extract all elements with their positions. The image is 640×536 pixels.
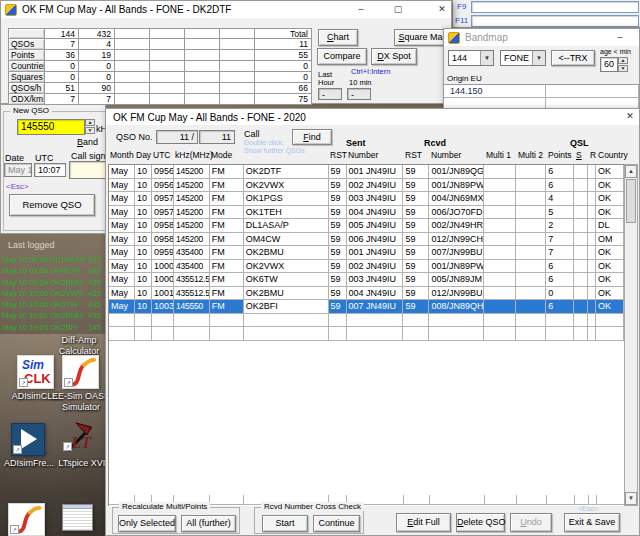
icon-label-ltspice[interactable]: LTspice XVII	[55, 458, 111, 468]
adisimfre-icon[interactable]: ↗	[11, 423, 45, 456]
log-cell-m1	[484, 233, 516, 247]
icon-label-eesim-line1[interactable]: EE-Sim OASIS	[52, 391, 110, 401]
age-spin-down-icon[interactable]: ▼	[618, 65, 628, 72]
log-cell-empty	[347, 327, 404, 341]
compare-button[interactable]: Compare	[317, 48, 367, 65]
scroll-down-icon[interactable]: ▼	[625, 492, 637, 505]
last-logged-panel: Last logged May 10 09:58 DL1ASA/P145May …	[0, 234, 106, 334]
freq-spin-down-icon[interactable]: ▼	[85, 127, 95, 134]
table-row[interactable]: May100958145200FMOM4CW59006 JN49IU59012/…	[109, 233, 624, 247]
remove-qso-button[interactable]: Remove QSO	[9, 194, 95, 216]
log-cell-empty	[546, 327, 574, 341]
table-row[interactable]: May101000435512.5FMOK6TW59003 JN49IU5900…	[109, 273, 624, 287]
log-cell-r	[588, 206, 596, 220]
log-cell-utc: 0956	[152, 179, 174, 193]
stats-window-title: OK FM Cup May - All Bands - FONE - DK2DT…	[22, 4, 231, 15]
log-cell-rrst: 59	[403, 273, 429, 287]
age-spin-up-icon[interactable]: ▲	[618, 57, 628, 64]
only-selected-button[interactable]: Only Selected	[118, 515, 176, 532]
utc-input[interactable]: 10:07	[34, 163, 66, 177]
f9-input[interactable]	[471, 1, 639, 13]
log-cell-empty	[516, 327, 546, 341]
all-further-button[interactable]: All (further)	[181, 515, 236, 532]
table-row[interactable]: May100957145200FMOK1PGS59003 JN49IU59004…	[109, 192, 624, 206]
log-cell-snum: 005 JN49IU	[347, 219, 404, 233]
log-cell-m1	[484, 300, 516, 314]
edit-full-button[interactable]: Edit Full	[396, 513, 451, 532]
log-cell-empty	[596, 314, 624, 328]
frequency-input[interactable]: 145550	[17, 119, 85, 135]
log-cell-mode: FM	[210, 246, 244, 260]
log-cell-empty	[517, 495, 547, 505]
log-cell-pts: 7	[546, 246, 574, 260]
call-sign-input[interactable]	[69, 161, 106, 179]
log-cell-srst: 59	[329, 165, 347, 179]
log-cell-call: DL1ASA/P	[244, 219, 329, 233]
log-cell-empty	[597, 495, 624, 505]
mode-select[interactable]: FONE ▼	[500, 50, 546, 66]
log-cell-rrst: 59	[403, 192, 429, 206]
vertical-scrollbar[interactable]: ▲ ▼	[624, 164, 638, 506]
trx-button[interactable]: <--TRX	[551, 50, 595, 66]
f11-label: F11	[455, 16, 468, 25]
find-button[interactable]: Find	[292, 129, 332, 145]
eesim-icon-bottom[interactable]: ↗	[8, 503, 45, 536]
log-cell-month: May	[109, 273, 135, 287]
table-row[interactable]: May100958145200FMDL1ASA/P59005 JN49IU590…	[109, 219, 624, 233]
log-cell-r	[588, 165, 596, 179]
table-row[interactable]: May101000435400FMOK2VWX59002 JN49IU59001…	[109, 260, 624, 274]
minimize-button[interactable]: –	[353, 3, 369, 17]
band-select[interactable]: 144 ▼	[448, 50, 494, 66]
close-button[interactable]: ✕	[622, 110, 638, 124]
log-cell-empty	[429, 327, 484, 341]
table-row[interactable]: May101001435512.5FMOK2BMU59004 JN49IU590…	[109, 287, 624, 301]
minimize-button[interactable]: –	[612, 31, 628, 45]
icon-label-adisimfre[interactable]: ADIsimFre...	[1, 458, 57, 468]
bandmap-row[interactable]: 144.150	[444, 85, 639, 98]
call-sign-label: Call sign	[71, 151, 106, 161]
age-input[interactable]: 60	[600, 57, 618, 72]
qso-no-current: 11 /	[156, 130, 198, 144]
chevron-down-icon[interactable]: ▼	[480, 51, 493, 65]
table-row[interactable]: May100956145200FMOK2DTF59001 JN49IU59001…	[109, 165, 624, 179]
log-cell-rnum: 007/JN99BU	[429, 246, 484, 260]
delete-qso-button[interactable]: Delete QSO	[456, 513, 505, 532]
continue-button[interactable]: Continue	[313, 515, 360, 532]
chevron-down-icon[interactable]: ▼	[532, 51, 545, 65]
exit-save-button[interactable]: Exit & Save	[564, 513, 620, 532]
close-button[interactable]: ✕	[434, 3, 450, 17]
freq-spin-up-icon[interactable]: ▲	[85, 119, 95, 126]
log-cell-rrst: 59	[403, 260, 429, 274]
scrollbar-thumb[interactable]	[626, 179, 636, 223]
log-header-m2: Multi 2	[516, 150, 546, 160]
log-cell-month: May	[109, 179, 135, 193]
window-thumbnail-icon[interactable]	[62, 504, 93, 531]
f11-input[interactable]	[471, 15, 639, 27]
start-button[interactable]: Start	[262, 515, 308, 532]
adisimclk-icon-sim-text: Sim	[22, 358, 44, 372]
adisimclk-icon[interactable]: Sim CLK ↗	[17, 355, 54, 389]
log-cell-month: May	[109, 300, 135, 314]
ltspice-icon[interactable]: LT ↗	[62, 421, 99, 455]
log-cell-call: OK2BMU	[244, 246, 329, 260]
eesim-oasis-icon[interactable]: ↗	[62, 355, 99, 389]
scroll-up-icon[interactable]: ▲	[625, 165, 637, 178]
table-row[interactable]: May101003145550FMOK2BFI59007 JN49IU59008…	[109, 300, 624, 314]
dx-spot-button[interactable]: DX Spot	[371, 48, 417, 65]
table-row[interactable]: May100956145200FMOK2VWX59002 JN49IU59001…	[109, 179, 624, 193]
qsl-group-label: QSL	[570, 138, 589, 148]
log-cell-snum: 003 JN49IU	[347, 192, 404, 206]
log-cell-rnum: 012/JN99BU	[429, 287, 484, 301]
maximize-button[interactable]: ▢	[390, 3, 406, 17]
empty-table-row	[109, 327, 624, 341]
log-cell-khz: 145550	[174, 300, 210, 314]
thumbnail-grid	[63, 509, 92, 530]
log-cell-khz: 435512.5	[174, 287, 210, 301]
table-row[interactable]: May100959435400FMOK2BMU59001 JN49IU59007…	[109, 246, 624, 260]
table-row[interactable]: May100957145200FMOK1TEH59004 JN49IU59006…	[109, 206, 624, 220]
log-cell-empty	[546, 314, 574, 328]
chart-button[interactable]: Chart	[318, 29, 358, 46]
log-cell-m1	[484, 179, 516, 193]
stats-row: Countries000	[9, 61, 312, 72]
log-cell-empty	[135, 314, 152, 328]
